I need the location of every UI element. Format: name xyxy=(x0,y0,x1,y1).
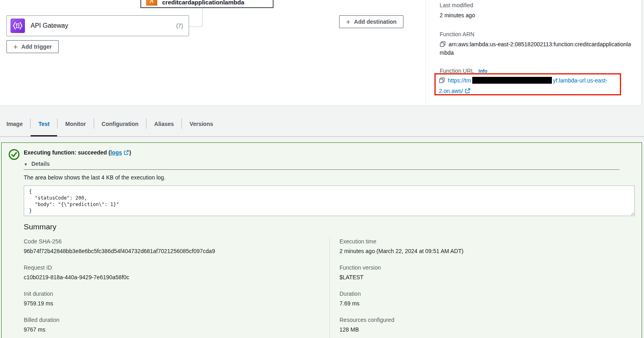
api-gateway-label: API Gateway xyxy=(31,22,68,29)
diagram-connector-vertical xyxy=(202,8,203,27)
summary-field-request-id: Request ID c10b0219-818a-440a-9429-7e619… xyxy=(24,264,329,281)
function-url-link[interactable]: https://tmyf.lambda-url.us-east-2.on.aws… xyxy=(439,77,607,94)
function-url-prefix: https://tm xyxy=(448,77,471,84)
function-details-panel: Last modified 2 minutes ago Function ARN… xyxy=(425,0,642,106)
last-modified-label: Last modified xyxy=(440,2,634,9)
execution-log-output[interactable]: { "statusCode": 200, "body": "{\"predict… xyxy=(24,185,635,216)
execution-result-alert: Executing function: succeeded (logs ) De… xyxy=(1,142,642,338)
caret-down-icon xyxy=(24,161,28,167)
redaction-bar xyxy=(472,77,552,84)
summary-field-resources-configured: Resources configured 128 MB xyxy=(339,316,635,333)
add-trigger-label: Add trigger xyxy=(21,43,51,50)
log-note: The area below shows the last 4 KB of th… xyxy=(24,174,635,181)
api-gateway-trigger-count: (7) xyxy=(176,23,183,29)
summary-field-execution-time: Execution time 2 minutes ago (March 22, … xyxy=(339,238,635,255)
copy-arn-icon[interactable] xyxy=(440,41,446,47)
diagram-connector-horizontal xyxy=(189,27,202,27)
lambda-icon xyxy=(146,0,157,6)
tab-image[interactable]: Image xyxy=(6,111,30,136)
tab-configuration[interactable]: Configuration xyxy=(94,111,146,136)
tab-test[interactable]: Test xyxy=(31,111,57,136)
summary-left-column: Code SHA-256 96b74f72b42848bb3e8e6bc5fc3… xyxy=(24,238,329,338)
last-modified-value: 2 minutes ago xyxy=(440,11,634,19)
summary-field-duration: Duration 7.69 ms xyxy=(339,290,635,307)
details-expander[interactable]: Details xyxy=(24,161,50,167)
summary-field-billed-duration: Billed duration 9767 ms xyxy=(24,316,329,333)
function-arn-value: arn:aws:lambda:us-east-2:085182002113:fu… xyxy=(440,41,631,56)
summary-field-function-version: Function version $LATEST xyxy=(339,264,635,281)
add-trigger-button[interactable]: Add trigger xyxy=(6,40,59,53)
plus-icon xyxy=(13,43,18,51)
summary-title: Summary xyxy=(24,223,635,231)
details-label: Details xyxy=(31,161,50,167)
function-arn-row: arn:aws:lambda:us-east-2:085182002113:fu… xyxy=(440,40,632,57)
add-destination-label: Add destination xyxy=(354,19,397,25)
plus-icon xyxy=(346,18,350,26)
summary-columns: Code SHA-256 96b74f72b42848bb3e8e6bc5fc3… xyxy=(24,238,635,338)
logs-link[interactable]: logs xyxy=(110,149,122,156)
tab-aliases[interactable]: Aliases xyxy=(146,111,181,136)
summary-field-init-duration: Init duration 9759.19 ms xyxy=(24,290,329,307)
lambda-node-label: creditcardapplicationlambda xyxy=(162,0,244,6)
summary-right-column: Execution time 2 minutes ago (March 22, … xyxy=(329,238,635,338)
tab-monitor[interactable]: Monitor xyxy=(58,111,93,136)
function-tabs: Image Test Monitor Configuration Aliases… xyxy=(0,106,644,137)
lambda-function-node[interactable]: creditcardapplicationlambda xyxy=(140,0,274,8)
summary-field-code-sha: Code SHA-256 96b74f72b42848bb3e8e6bc5fc3… xyxy=(24,238,329,255)
copy-url-icon[interactable] xyxy=(439,77,445,83)
function-overview-card: creditcardapplicationlambda API Gateway … xyxy=(0,0,642,106)
execution-status-line: Executing function: succeeded (logs ) xyxy=(24,149,635,157)
api-gateway-icon xyxy=(10,19,25,33)
details-divider xyxy=(24,169,619,170)
success-check-icon xyxy=(8,148,20,161)
function-url-highlight-box: https://tmyf.lambda-url.us-east-2.on.aws… xyxy=(434,73,621,95)
external-link-icon xyxy=(123,150,129,155)
external-link-icon xyxy=(465,88,471,94)
api-gateway-trigger-node[interactable]: API Gateway (7) xyxy=(6,15,189,36)
status-suffix: ) xyxy=(129,149,131,156)
tab-versions[interactable]: Versions xyxy=(182,111,220,136)
status-prefix: Executing function: succeeded ( xyxy=(24,149,110,156)
add-destination-button[interactable]: Add destination xyxy=(339,15,403,28)
function-arn-label: Function ARN xyxy=(440,31,634,38)
